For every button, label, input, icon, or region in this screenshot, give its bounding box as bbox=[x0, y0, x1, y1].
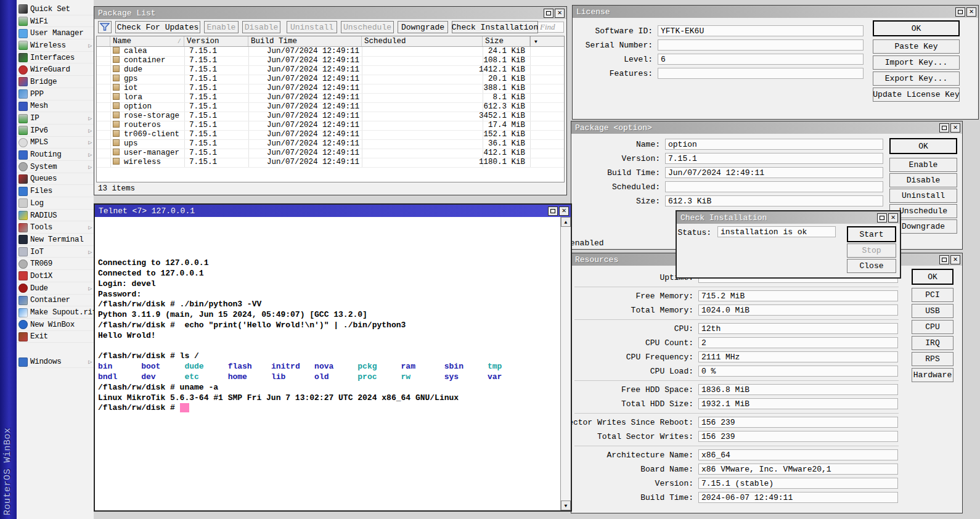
close-button[interactable]: ✕ bbox=[966, 7, 976, 17]
disable-button[interactable]: Disable bbox=[242, 21, 280, 33]
close-button[interactable]: ✕ bbox=[559, 206, 569, 216]
free-memory-field[interactable]: 715.2 MiB bbox=[698, 290, 898, 301]
rps-button[interactable]: RPS bbox=[912, 352, 953, 366]
version-field[interactable]: 7.15.1 bbox=[665, 153, 883, 164]
table-row[interactable]: iot7.15.1Jun/07/2024 12:49:11388.1 KiB bbox=[97, 84, 564, 94]
sidebar-item-ipv6[interactable]: IPv6▷ bbox=[17, 125, 94, 137]
vertical-scrollbar[interactable]: ▲ ▼ bbox=[560, 217, 571, 510]
table-row[interactable]: rose-storage7.15.1Jun/07/2024 12:49:1134… bbox=[97, 112, 564, 121]
terminal-output[interactable]: Connecting to 127.0.0.1Connected to 127.… bbox=[95, 217, 560, 510]
sidebar-item-quick-set[interactable]: Quick Set bbox=[17, 3, 94, 15]
sidebar-item-mpls[interactable]: MPLS▷ bbox=[17, 137, 94, 149]
disable-button[interactable]: Disable bbox=[889, 173, 957, 187]
sector-writes-since-reboot-field[interactable]: 156 239 bbox=[698, 417, 898, 428]
sidebar-item-interfaces[interactable]: Interfaces bbox=[17, 52, 94, 64]
sidebar-item-dude[interactable]: Dude▷ bbox=[17, 282, 94, 295]
filter-button[interactable] bbox=[98, 21, 112, 33]
irq-button[interactable]: IRQ bbox=[912, 336, 953, 350]
close-button[interactable]: ✕ bbox=[950, 255, 960, 264]
enable-button[interactable]: Enable bbox=[204, 21, 239, 33]
table-row[interactable]: lora7.15.1Jun/07/2024 12:49:118.1 KiB bbox=[97, 93, 564, 103]
close-button[interactable]: Close bbox=[847, 259, 896, 273]
name-field[interactable]: option bbox=[665, 139, 883, 150]
sidebar-item-ppp[interactable]: PPP bbox=[17, 88, 94, 100]
sidebar-item-container[interactable]: Container bbox=[17, 295, 94, 307]
sidebar-item-ip[interactable]: IP▷ bbox=[17, 112, 94, 125]
total-hdd-size-field[interactable]: 1932.1 MiB bbox=[698, 398, 898, 409]
features-field[interactable] bbox=[658, 68, 864, 79]
sidebar-item-iot[interactable]: IoT▷ bbox=[17, 246, 94, 258]
close-button[interactable]: ✕ bbox=[950, 123, 960, 133]
free-hdd-space-field[interactable]: 1836.8 MiB bbox=[698, 384, 898, 395]
maximize-button[interactable] bbox=[548, 206, 558, 216]
scheduled-field[interactable] bbox=[665, 181, 883, 192]
uninstall-button[interactable]: Uninstall bbox=[889, 189, 957, 203]
serial-number-field[interactable] bbox=[658, 39, 864, 51]
stop-button[interactable]: Stop bbox=[847, 243, 896, 258]
software-id-field[interactable]: YFTK-EK6U bbox=[658, 25, 864, 36]
package-option-titlebar[interactable]: Package <option> ✕ bbox=[571, 121, 962, 134]
column-header-name[interactable]: Name∕ bbox=[110, 36, 184, 46]
maximize-button[interactable] bbox=[939, 123, 949, 133]
sidebar-item-exit[interactable]: Exit bbox=[17, 331, 94, 343]
hardware-button[interactable]: Hardware bbox=[912, 368, 953, 382]
close-button[interactable]: ✕ bbox=[888, 213, 898, 223]
sidebar-item-mesh[interactable]: Mesh bbox=[17, 100, 94, 113]
uninstall-button[interactable]: Uninstall bbox=[287, 21, 337, 33]
sidebar-item-new-winbox[interactable]: New WinBox bbox=[17, 319, 94, 331]
cpu-load-field[interactable]: 0 % bbox=[698, 366, 898, 377]
status-field[interactable]: installation is ok bbox=[717, 226, 836, 237]
ok-button[interactable]: OK bbox=[873, 20, 960, 36]
sidebar-item-log[interactable]: Log bbox=[17, 197, 94, 210]
table-row[interactable]: container7.15.1Jun/07/2024 12:49:11108.1… bbox=[97, 56, 564, 66]
scroll-up-icon[interactable]: ▲ bbox=[561, 217, 571, 227]
check-installation-titlebar[interactable]: Check Installation ✕ bbox=[677, 211, 900, 224]
column-header-build-time[interactable]: Build Time bbox=[248, 36, 362, 46]
sidebar-item-bridge[interactable]: Bridge bbox=[17, 76, 94, 88]
sidebar-item-wireless[interactable]: Wireless▷ bbox=[17, 39, 94, 52]
table-row[interactable]: dude7.15.1Jun/07/2024 12:49:111412.1 KiB bbox=[97, 65, 564, 75]
build-time-field[interactable]: 2024-06-07 12:49:11 bbox=[698, 492, 898, 503]
table-row[interactable]: user-manager7.15.1Jun/07/2024 12:49:1141… bbox=[97, 149, 564, 158]
version-field[interactable]: 7.15.1 (stable) bbox=[698, 478, 898, 489]
cpu-button[interactable]: CPU bbox=[912, 320, 953, 334]
total-memory-field[interactable]: 1024.0 MiB bbox=[698, 304, 898, 316]
build-time-field[interactable]: Jun/07/2024 12:49:11 bbox=[665, 167, 883, 178]
sidebar-item-windows[interactable]: Windows▷ bbox=[17, 356, 94, 368]
board-name-field[interactable]: x86 VMware, Inc. VMware20,1 bbox=[698, 464, 898, 475]
export-key-button[interactable]: Export Key... bbox=[873, 72, 960, 86]
cpu-field[interactable]: 12th bbox=[698, 323, 898, 334]
paste-key-button[interactable]: Paste Key bbox=[873, 39, 960, 54]
maximize-button[interactable] bbox=[877, 213, 887, 223]
size-field[interactable]: 612.3 KiB bbox=[665, 195, 883, 206]
enable-button[interactable]: Enable bbox=[889, 158, 957, 172]
package-list-titlebar[interactable]: Package List ✕ bbox=[94, 7, 566, 19]
table-row[interactable]: tr069-client7.15.1Jun/07/2024 12:49:1115… bbox=[97, 130, 564, 140]
maximize-button[interactable] bbox=[955, 7, 965, 17]
sidebar-item-wireguard[interactable]: WireGuard bbox=[17, 63, 94, 76]
sidebar-item-system[interactable]: System▷ bbox=[17, 161, 94, 173]
sidebar-item-radius[interactable]: RADIUS bbox=[17, 210, 94, 222]
telnet-titlebar[interactable]: Telnet <7> 127.0.0.1 ✕ bbox=[95, 205, 571, 217]
start-button[interactable]: Start bbox=[847, 226, 896, 242]
downgrade-button[interactable]: Downgrade bbox=[398, 21, 448, 33]
column-select-button[interactable]: ▼ bbox=[530, 36, 541, 46]
maximize-button[interactable] bbox=[544, 9, 553, 18]
ok-button[interactable]: OK bbox=[912, 269, 953, 285]
scroll-down-icon[interactable]: ▼ bbox=[561, 501, 571, 510]
sidebar-item-dot1x[interactable]: Dot1X bbox=[17, 270, 94, 282]
cpu-frequency-field[interactable]: 2111 MHz bbox=[698, 351, 898, 362]
table-row[interactable]: option7.15.1Jun/07/2024 12:49:11612.3 Ki… bbox=[97, 102, 564, 112]
column-header-version[interactable]: Version bbox=[184, 36, 248, 46]
ok-button[interactable]: OK bbox=[889, 138, 957, 154]
sidebar-item-make-supout-rif[interactable]: Make Supout.rif bbox=[17, 306, 94, 319]
table-row[interactable]: ups7.15.1Jun/07/2024 12:49:1136.1 KiB bbox=[97, 139, 564, 149]
update-license-key-button[interactable]: Update License Key bbox=[873, 88, 960, 102]
maximize-button[interactable] bbox=[939, 255, 949, 264]
check-installation-button[interactable]: Check Installation bbox=[452, 21, 538, 33]
license-titlebar[interactable]: License ✕ bbox=[573, 6, 978, 18]
check-for-updates-button[interactable]: Check For Updates bbox=[115, 21, 200, 33]
level-field[interactable]: 6 bbox=[658, 54, 864, 65]
total-sector-writes-field[interactable]: 156 239 bbox=[698, 431, 898, 442]
usb-button[interactable]: USB bbox=[912, 304, 953, 318]
